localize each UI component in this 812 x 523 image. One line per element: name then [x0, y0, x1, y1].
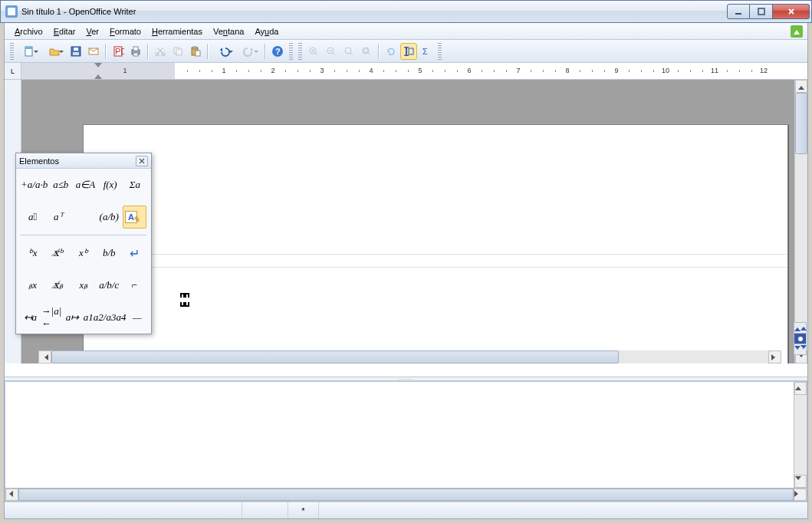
palette-cell[interactable]: a/b/c — [97, 274, 121, 297]
fpane-hscroll-right[interactable] — [794, 488, 807, 501]
mail-button[interactable] — [85, 43, 102, 60]
paste-button[interactable] — [187, 43, 204, 60]
palette-cell[interactable] — [71, 206, 95, 229]
fpane-hscroll-thumb[interactable] — [18, 488, 794, 501]
palette-cell[interactable]: ᵇx — [21, 242, 44, 265]
redo-button[interactable] — [237, 43, 261, 60]
horizontal-scrollbar[interactable] — [38, 350, 781, 363]
palette-cell[interactable]: a↦ — [63, 306, 82, 329]
status-cell-2 — [242, 502, 288, 518]
zoom-100-button[interactable] — [340, 43, 357, 60]
extension-icon[interactable] — [791, 25, 803, 38]
fpane-vscroll-up[interactable] — [794, 382, 807, 395]
palette-cell[interactable]: a∈A — [74, 173, 97, 196]
formula-object-area[interactable] — [84, 254, 787, 268]
elements-palette[interactable]: Elementos +a/a·ba≤ba∈Af(x)Σa a⃗aᵀ(a/b)A✎… — [15, 153, 152, 334]
menu-editar[interactable]: Editar — [48, 25, 81, 38]
undo-button[interactable] — [212, 43, 236, 60]
nav-prev-button[interactable] — [794, 322, 807, 334]
nav-next-button[interactable] — [794, 344, 807, 355]
fpane-hscroll-left[interactable] — [5, 488, 18, 501]
vertical-scrollbar[interactable] — [794, 80, 807, 363]
hscroll-right-button[interactable] — [768, 350, 781, 363]
hscroll-thumb[interactable] — [51, 350, 619, 363]
horizontal-ruler-bar: L 1 123456789101112 — [5, 63, 807, 80]
palette-cell[interactable]: ↵ — [123, 242, 146, 265]
window-titlebar: Sin título 1 - OpenOffice Writer — [0, 0, 812, 23]
menu-ver[interactable]: Ver — [81, 25, 104, 38]
status-modified-indicator: * — [288, 502, 319, 518]
palette-cell[interactable]: A✎ — [123, 206, 146, 229]
status-bar: * — [5, 502, 807, 518]
palette-cell[interactable]: ↤a — [21, 306, 40, 329]
palette-cell[interactable]: Σa — [123, 173, 146, 196]
zoom-out-button[interactable] — [323, 43, 340, 60]
menu-ayuda[interactable]: Ayuda — [249, 25, 284, 38]
sigma-button[interactable]: Σ — [418, 43, 435, 60]
window-close-button[interactable] — [773, 4, 810, 19]
palette-cell[interactable]: xᵦ — [71, 274, 95, 297]
ruler-tick: 6 — [467, 67, 471, 74]
palette-cell[interactable]: a⃗ — [21, 206, 44, 229]
toolbar-grip[interactable] — [10, 43, 14, 60]
formula-cursor-button[interactable] — [400, 43, 417, 60]
math-toolbar-grip-2[interactable] — [438, 43, 442, 60]
toolbar-grip-2[interactable] — [289, 43, 293, 60]
palette-cell[interactable]: f(x) — [99, 173, 122, 196]
math-toolbar-grip[interactable] — [298, 43, 302, 60]
palette-cell[interactable]: b/b — [97, 242, 121, 265]
status-cell-1 — [5, 502, 242, 518]
save-button[interactable] — [67, 43, 84, 60]
open-button[interactable] — [42, 43, 67, 60]
window-maximize-button[interactable] — [750, 4, 773, 19]
refresh-button[interactable] — [383, 43, 399, 60]
palette-cell[interactable]: a1a2/a3a4 — [84, 306, 127, 329]
formula-edit-pane[interactable] — [5, 381, 807, 502]
cut-button[interactable] — [152, 43, 169, 60]
hscroll-left-button[interactable] — [38, 350, 51, 363]
fpane-vscroll-down[interactable] — [794, 475, 807, 488]
copy-button[interactable] — [169, 43, 186, 60]
vscroll-thumb[interactable] — [795, 93, 807, 154]
palette-cell[interactable]: →|a|← — [41, 306, 62, 329]
palette-cell[interactable]: xᵇ — [71, 242, 95, 265]
palette-cell[interactable]: +a/a·b — [21, 173, 48, 196]
document-page[interactable] — [83, 124, 788, 363]
palette-cell[interactable]: aᵀ — [46, 206, 70, 229]
palette-close-button[interactable] — [136, 156, 148, 166]
zoom-fit-button[interactable] — [358, 43, 375, 60]
palette-cell[interactable]: a≤b — [49, 173, 72, 196]
palette-titlebar[interactable]: Elementos — [16, 153, 151, 169]
palette-cell[interactable]: ⌐ — [123, 274, 146, 297]
svg-rect-26 — [363, 49, 368, 52]
export-pdf-button[interactable]: PDF — [110, 43, 127, 60]
svg-rect-3 — [25, 47, 32, 49]
palette-cell[interactable]: x̸ᵦ — [46, 274, 70, 297]
nav-select-button[interactable] — [794, 333, 807, 344]
palette-cell[interactable]: x̸ᵇ — [46, 242, 70, 265]
print-button[interactable] — [127, 43, 144, 60]
ruler-tick: 8 — [565, 67, 569, 74]
palette-cell[interactable]: (a/b) — [97, 206, 121, 229]
horizontal-ruler[interactable]: 1 123456789101112 — [21, 63, 807, 79]
palette-cell[interactable]: ᵦx — [21, 274, 44, 297]
vscroll-up-button[interactable] — [795, 80, 807, 93]
menu-ventana[interactable]: Ventana — [208, 25, 249, 38]
svg-rect-5 — [74, 48, 78, 51]
zoom-in-button[interactable] — [305, 43, 322, 60]
svg-rect-6 — [73, 52, 79, 55]
svg-rect-29 — [404, 54, 409, 56]
menu-bar: Archivo Editar Ver Formato Herramientas … — [5, 23, 807, 40]
menu-herramientas[interactable]: Herramientas — [146, 25, 208, 38]
svg-point-24 — [345, 48, 351, 54]
help-button[interactable]: ? — [269, 43, 286, 60]
main-toolbar: PDF ? Σ — [5, 40, 807, 63]
menu-formato[interactable]: Formato — [104, 25, 146, 38]
palette-cell[interactable]: — — [127, 306, 146, 329]
new-doc-button[interactable] — [17, 43, 41, 60]
window-minimize-button[interactable] — [727, 4, 750, 19]
ruler-left-indent[interactable] — [94, 71, 102, 79]
svg-rect-27 — [406, 47, 407, 56]
formula-placeholder[interactable] — [180, 293, 196, 310]
menu-archivo[interactable]: Archivo — [9, 25, 48, 38]
